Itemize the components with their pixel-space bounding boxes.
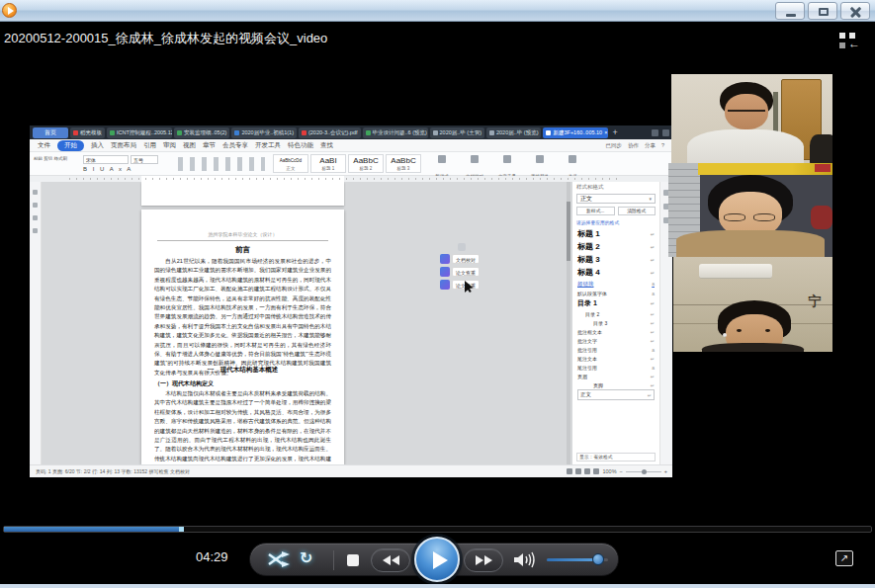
plagiarism-check-float-button[interactable]: 论文查重 bbox=[440, 267, 499, 277]
menu-insert[interactable]: 插入 bbox=[91, 141, 104, 150]
play-button[interactable] bbox=[414, 537, 460, 582]
menu-special[interactable]: 特色功能 bbox=[288, 141, 313, 150]
window-bottom-border bbox=[0, 584, 875, 588]
participant-video-1[interactable] bbox=[671, 74, 832, 163]
style-item[interactable]: 批注引用a bbox=[577, 345, 655, 354]
style-item[interactable]: 超链接a bbox=[577, 279, 655, 289]
style-item[interactable]: 页眉↵ bbox=[577, 372, 655, 380]
menu-page-layout[interactable]: 页面布局 bbox=[111, 141, 136, 150]
style-item[interactable]: 标题 2↵ bbox=[577, 240, 655, 253]
tab-close-icon[interactable]: × bbox=[604, 127, 607, 138]
new-style-icon bbox=[438, 155, 446, 163]
document-tab[interactable]: (2020-3..会议记).pdf bbox=[299, 127, 361, 138]
style-heading3[interactable]: AaBbC 标题 3 bbox=[386, 154, 421, 173]
document-tab-active[interactable]: 新建3F+160..005.10 × bbox=[543, 127, 608, 138]
menu-view[interactable]: 视图 bbox=[183, 141, 196, 150]
styles-panel: 样式和格式 正文▾ 新样式... 清除格式 请选择要应用的格式 标题 1↵ 标题… bbox=[571, 182, 659, 464]
style-item[interactable]: 页脚↵ bbox=[577, 380, 655, 389]
seek-bar[interactable] bbox=[3, 526, 872, 533]
document-tab[interactable]: 安装监理细..05(2) bbox=[174, 127, 229, 138]
style-item[interactable]: 尾注文本↵ bbox=[577, 354, 655, 363]
style-item[interactable]: 标题 3↵ bbox=[577, 253, 655, 266]
shuffle-icon[interactable] bbox=[268, 551, 292, 568]
menu-search[interactable]: 查找 bbox=[320, 141, 333, 150]
styles-hint-link[interactable]: 请选择要应用的格式 bbox=[576, 219, 656, 225]
style-item-selected[interactable]: 正文↵ bbox=[577, 389, 655, 400]
view-mode-icon[interactable] bbox=[567, 468, 572, 474]
document-tab[interactable]: 2020届毕业..初稿1(1) bbox=[231, 127, 297, 138]
window-titlebar[interactable] bbox=[0, 0, 875, 22]
current-style-dropdown[interactable]: 正文▾ bbox=[576, 194, 656, 204]
clear-format-button[interactable]: 清除格式 bbox=[618, 207, 656, 215]
document-tab[interactable]: 毕业设计问题..6 (预览) bbox=[363, 127, 428, 138]
document-tab[interactable]: ICNT控制规程..2005.12 bbox=[107, 127, 172, 138]
share-button[interactable]: 分享 bbox=[645, 142, 656, 149]
menu-start[interactable]: 开始 bbox=[57, 140, 84, 151]
style-heading1[interactable]: AaBI 标题 1 bbox=[310, 154, 346, 173]
new-tab-button[interactable]: + bbox=[612, 127, 617, 137]
style-item[interactable]: 目录 2↵ bbox=[577, 309, 655, 318]
style-normal[interactable]: AaBbCcDd 正文 bbox=[273, 154, 308, 173]
font-name-select[interactable]: 宋体 bbox=[83, 155, 129, 164]
style-item[interactable]: 尾注引用a bbox=[577, 363, 655, 372]
participant-video-2[interactable] bbox=[668, 163, 832, 257]
zoom-slider[interactable] bbox=[626, 471, 661, 472]
collaborate-button[interactable]: 协作 bbox=[628, 142, 639, 149]
document-tab[interactable]: 2020届..毕 (土管) bbox=[430, 127, 484, 138]
switch-to-library-button[interactable]: ← bbox=[839, 33, 861, 48]
rewind-button[interactable] bbox=[371, 548, 410, 572]
view-mode-icon[interactable] bbox=[575, 468, 581, 474]
style-item[interactable]: 标题 1↵ bbox=[577, 227, 655, 240]
paragraph-group[interactable] bbox=[178, 157, 265, 171]
new-style-button[interactable]: 新样式... bbox=[576, 207, 615, 215]
menu-file[interactable]: 文件 bbox=[38, 141, 50, 150]
style-item[interactable]: 目录 3↵ bbox=[577, 318, 655, 327]
volume-mute-icon[interactable] bbox=[513, 551, 537, 568]
menu-section[interactable]: 章节 bbox=[203, 141, 216, 150]
document-tab[interactable]: 2020届..毕 (预览) bbox=[486, 127, 541, 138]
style-heading2[interactable]: AaBbC 标题 2 bbox=[348, 154, 384, 173]
repeat-icon[interactable]: ↻ bbox=[300, 548, 312, 567]
stop-button[interactable] bbox=[347, 554, 359, 566]
proofread-float-button[interactable]: 文档校对 bbox=[440, 254, 499, 264]
style-item[interactable]: 批注文字↵ bbox=[577, 336, 655, 345]
fullscreen-button[interactable]: ↗ bbox=[835, 550, 853, 566]
page-previous-partial bbox=[141, 182, 344, 206]
tools-handle-icon[interactable] bbox=[458, 243, 466, 251]
help-button[interactable]: ? bbox=[661, 142, 664, 149]
font-size-select[interactable]: 五号 bbox=[131, 155, 158, 164]
screen-share-video: 首页 稻壳模板 ICNT控制规程..2005.12 安装监理细..05(2) 2… bbox=[30, 126, 672, 477]
document-scrollbar[interactable] bbox=[567, 182, 570, 464]
style-item[interactable]: 默认段落字体a bbox=[577, 289, 655, 297]
volume-slider-thumb[interactable] bbox=[592, 553, 604, 565]
menu-membership[interactable]: 会员专享 bbox=[222, 141, 248, 150]
menu-developer[interactable]: 开发工具 bbox=[255, 141, 281, 150]
zoom-out-button[interactable]: − bbox=[620, 468, 623, 474]
rewrite-icon bbox=[440, 280, 450, 290]
clipboard-group[interactable]: 粘贴 剪切 格式刷 bbox=[34, 155, 77, 163]
participant-video-3[interactable]: 宁 bbox=[673, 257, 832, 352]
background-object bbox=[811, 206, 832, 230]
doc-heading2: （一）现代木结构定义 bbox=[154, 379, 214, 388]
minimize-button[interactable] bbox=[775, 2, 805, 20]
document-page[interactable]: 池州学院本科毕业论文（设计） 前言 自从21世纪以来，随着我国国民市场经济的发展… bbox=[141, 210, 344, 464]
document-tab[interactable]: 稻壳模板 bbox=[70, 127, 105, 138]
zoom-in-button[interactable]: + bbox=[664, 468, 667, 474]
left-toolbar[interactable] bbox=[30, 182, 42, 464]
view-mode-icon[interactable] bbox=[584, 468, 590, 474]
tab-list-icon[interactable] bbox=[652, 129, 658, 136]
maximize-button[interactable] bbox=[808, 2, 837, 20]
tab-home[interactable]: 首页 bbox=[33, 127, 68, 138]
close-button[interactable] bbox=[840, 2, 870, 20]
font-format-buttons[interactable]: B I U A x A bbox=[83, 166, 132, 172]
style-item[interactable]: 目录 1↵ bbox=[577, 297, 655, 309]
show-format-dropdown[interactable]: 显示：有效格式 bbox=[576, 453, 656, 462]
menu-review[interactable]: 审阅 bbox=[163, 141, 176, 150]
fast-forward-button[interactable] bbox=[464, 548, 503, 572]
view-mode-icon[interactable] bbox=[593, 468, 599, 474]
style-item[interactable]: 批注框文本↵ bbox=[577, 327, 655, 336]
style-item[interactable]: 标题 4↵ bbox=[577, 266, 655, 279]
menu-references[interactable]: 引用 bbox=[143, 141, 156, 150]
volume-slider[interactable] bbox=[547, 557, 608, 562]
download-icon[interactable] bbox=[662, 129, 669, 136]
